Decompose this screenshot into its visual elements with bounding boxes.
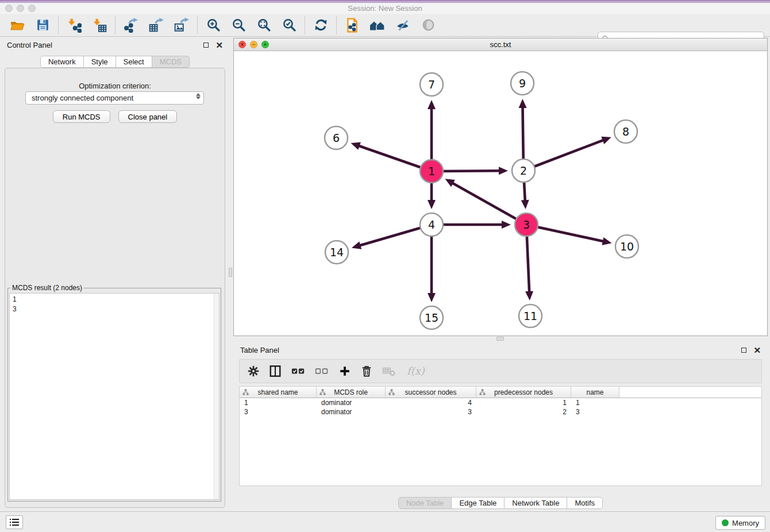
unselect-all-button[interactable]: [315, 365, 329, 377]
add-row-button[interactable]: [338, 365, 351, 377]
table-cell[interactable]: 1: [571, 399, 619, 407]
mcds-result-line: 3: [13, 304, 216, 314]
arrowhead-icon: [499, 167, 508, 175]
table-cell[interactable]: dominator: [317, 399, 386, 407]
tab-node-table[interactable]: Node Table: [398, 497, 452, 509]
zoom-selected-button[interactable]: [281, 16, 297, 34]
node-3[interactable]: 3: [515, 213, 538, 236]
tab-edge-table[interactable]: Edge Table: [452, 497, 505, 509]
close-network-button[interactable]: ×: [238, 41, 246, 48]
edge-1-6[interactable]: [351, 142, 432, 171]
close-panel-button-mcds[interactable]: Close panel: [118, 110, 178, 123]
column-header-successor-nodes[interactable]: successor nodes: [386, 387, 476, 398]
plus-icon: [338, 365, 351, 377]
hide-selected-button[interactable]: [395, 16, 411, 34]
node-15[interactable]: 15: [420, 306, 443, 329]
column-header-shared-name[interactable]: shared name: [240, 387, 317, 398]
arrowhead-icon: [521, 200, 529, 209]
arrowhead-icon: [428, 293, 436, 302]
column-header-name[interactable]: name: [571, 387, 619, 398]
show-all-button[interactable]: [420, 16, 436, 34]
show-all-disabled-icon: [421, 18, 436, 32]
close-window-button[interactable]: [5, 5, 13, 12]
tab-network-table[interactable]: Network Table: [505, 497, 567, 509]
criterion-select[interactable]: strongly connected component: [25, 91, 204, 105]
vertical-split-handle[interactable]: [229, 268, 232, 277]
zoom-network-button[interactable]: +: [261, 41, 269, 48]
tab-style[interactable]: Style: [84, 56, 116, 68]
tab-select[interactable]: Select: [116, 56, 152, 68]
minimize-network-button[interactable]: −: [250, 41, 257, 48]
tab-mcds[interactable]: MCDS: [152, 56, 190, 68]
node-10[interactable]: 10: [615, 235, 638, 258]
node-label: 10: [620, 240, 634, 253]
open-session-button[interactable]: [9, 16, 25, 34]
select-all-button[interactable]: [291, 365, 305, 377]
table-cell[interactable]: 2: [476, 408, 571, 416]
new-network-from-selection-icon: [345, 18, 360, 33]
close-panel-button[interactable]: ✕: [215, 41, 223, 49]
node-8[interactable]: 8: [614, 120, 637, 143]
task-history-button[interactable]: [6, 515, 23, 529]
export-table-button[interactable]: [148, 16, 164, 34]
zoom-window-button[interactable]: [28, 5, 36, 12]
first-neighbors-button[interactable]: [369, 16, 386, 34]
network-canvas[interactable]: 1234678910111415: [234, 51, 767, 336]
tab-network[interactable]: Network: [40, 56, 84, 68]
apply-layout-button[interactable]: [313, 16, 329, 34]
close-table-panel-button[interactable]: ✕: [753, 346, 761, 354]
minimize-window-button[interactable]: [17, 5, 24, 12]
zoom-in-icon: [206, 18, 221, 32]
result-scrollbar[interactable]: [214, 294, 219, 499]
table-cell[interactable]: 3: [386, 408, 476, 416]
column-header-mcds-role[interactable]: MCDS role: [317, 387, 386, 398]
column-header-label: name: [586, 388, 603, 396]
table-cell[interactable]: 1: [476, 399, 571, 407]
node-1[interactable]: 1: [420, 160, 443, 183]
mcds-result-textarea[interactable]: 13: [9, 293, 220, 500]
table-cell[interactable]: 1: [240, 399, 317, 407]
node-7[interactable]: 7: [420, 73, 443, 96]
node-11[interactable]: 11: [519, 304, 542, 327]
network-window-title: scc.txt: [490, 40, 511, 49]
table-cell[interactable]: 3: [240, 408, 317, 416]
export-network-button[interactable]: [123, 16, 139, 34]
node-label: 9: [519, 77, 526, 90]
network-from-selection-button[interactable]: [344, 16, 360, 34]
save-session-button[interactable]: [34, 16, 51, 34]
node-2[interactable]: 2: [512, 159, 535, 182]
edge-2-8[interactable]: [523, 137, 611, 171]
horizontal-split-handle[interactable]: [496, 337, 504, 341]
node-14[interactable]: 14: [325, 241, 348, 264]
zoom-fit-button[interactable]: [256, 16, 272, 34]
edge-3-1[interactable]: [445, 179, 526, 225]
edge-3-10[interactable]: [526, 225, 612, 245]
table-row[interactable]: 1dominator411: [240, 398, 761, 407]
table-cell[interactable]: 4: [386, 399, 476, 407]
import-table-button[interactable]: [91, 16, 107, 34]
memory-button[interactable]: Memory: [715, 516, 765, 530]
zoom-out-button[interactable]: [230, 16, 247, 34]
node-6[interactable]: 6: [325, 126, 348, 149]
trash-icon: [361, 365, 372, 377]
node-label: 4: [428, 218, 435, 231]
zoom-in-button[interactable]: [205, 16, 221, 34]
show-columns-button[interactable]: [269, 365, 282, 377]
import-network-button[interactable]: [66, 16, 82, 34]
run-mcds-button[interactable]: Run MCDS: [53, 110, 110, 123]
edge-4-14[interactable]: [352, 225, 432, 249]
column-header-predecessor-nodes[interactable]: predecessor nodes: [476, 387, 571, 398]
table-settings-button[interactable]: [248, 365, 259, 377]
table-cell[interactable]: dominator: [317, 408, 386, 416]
node-table[interactable]: shared nameMCDS rolesuccessor nodesprede…: [239, 386, 762, 486]
delete-row-button[interactable]: [361, 365, 372, 377]
export-image-button[interactable]: [174, 16, 190, 34]
table-row[interactable]: 3dominator323: [240, 407, 761, 417]
node-9[interactable]: 9: [511, 72, 534, 95]
tab-motifs[interactable]: Motifs: [567, 497, 603, 509]
network-window-titlebar[interactable]: × − + scc.txt: [234, 38, 767, 51]
float-panel-button[interactable]: [203, 43, 209, 48]
float-table-panel-button[interactable]: [741, 348, 746, 353]
table-cell[interactable]: 3: [571, 408, 619, 416]
node-4[interactable]: 4: [420, 213, 443, 236]
